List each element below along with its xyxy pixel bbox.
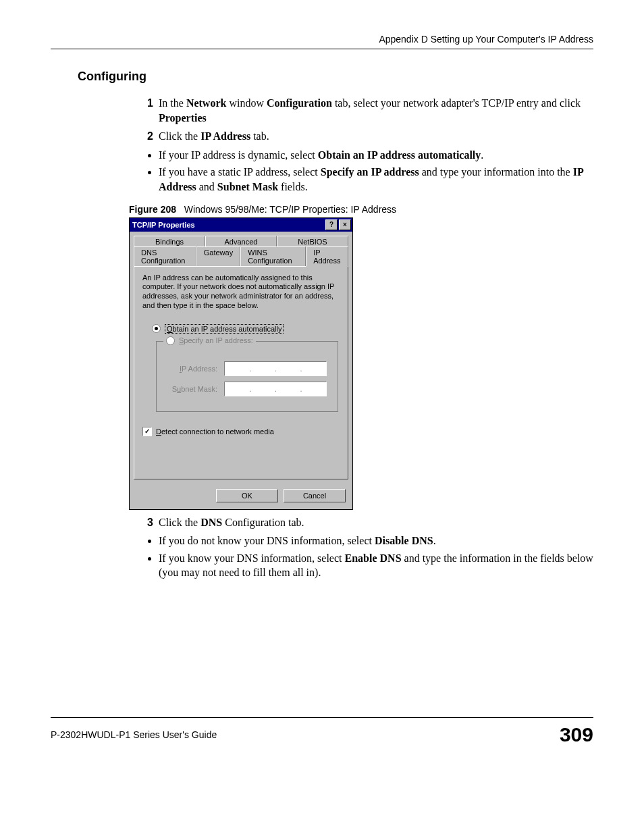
figure-caption: Figure 208 Windows 95/98/Me: TCP/IP Prop…	[129, 204, 593, 215]
checkbox-icon: ✓	[142, 427, 152, 436]
radio-icon	[152, 324, 161, 333]
specify-ip-group: Specify an IP address: IP Address: Subne…	[156, 336, 338, 412]
radio-obtain-label: Obtain an IP address automatically	[165, 324, 284, 334]
ip-address-input[interactable]	[224, 361, 327, 376]
subnet-mask-label: Subnet Mask:	[163, 385, 217, 393]
cancel-button[interactable]: Cancel	[284, 489, 346, 502]
step-2-bullets: If your IP address is dynamic, select Ob…	[159, 148, 593, 194]
tcpip-properties-dialog: TCP/IP Properties ? × Bindings Advanced …	[129, 217, 353, 510]
tab-ip-address[interactable]: IP Address	[306, 246, 348, 267]
step-3-number: 3	[138, 515, 153, 530]
tab-dns-configuration[interactable]: DNS Configuration	[134, 246, 196, 267]
dialog-title: TCP/IP Properties	[132, 221, 195, 229]
step-2: 2 Click the IP Address tab.	[138, 129, 593, 144]
step-2-bullet-1: If your IP address is dynamic, select Ob…	[159, 148, 593, 163]
step-1-number: 1	[138, 96, 153, 125]
ip-address-row: IP Address:	[163, 361, 331, 376]
tab-netbios[interactable]: NetBIOS	[277, 236, 348, 247]
step-2-text: Click the IP Address tab.	[159, 129, 269, 144]
step-1-text: In the Network window Configuration tab,…	[159, 96, 593, 125]
detect-connection-checkbox[interactable]: ✓ Detect connection to network media	[142, 427, 340, 436]
step-2-bullet-2: If you have a static IP address, select …	[159, 165, 593, 194]
tab-body: An IP address can be automatically assig…	[134, 266, 348, 479]
step-3-bullet-1: If you do not know your DNS information,…	[159, 533, 593, 548]
ok-button[interactable]: OK	[216, 489, 278, 502]
running-header: Appendix D Setting up Your Computer's IP…	[51, 34, 593, 49]
step-3-bullet-2: If you know your DNS information, select…	[159, 551, 593, 580]
tab-bindings[interactable]: Bindings	[134, 236, 205, 247]
dialog-titlebar: TCP/IP Properties ? ×	[130, 218, 352, 232]
subnet-mask-row: Subnet Mask:	[163, 382, 331, 396]
step-3-bullets: If you do not know your DNS information,…	[159, 533, 593, 580]
dialog-button-row: OK Cancel	[130, 484, 352, 509]
step-3: 3 Click the DNS Configuration tab.	[138, 515, 593, 530]
page-footer: P-2302HWUDL-P1 Series User's Guide 309	[51, 717, 593, 746]
step-3-text: Click the DNS Configuration tab.	[159, 515, 304, 530]
tab-row-1: Bindings Advanced NetBIOS	[134, 236, 348, 247]
dialog-description: An IP address can be automatically assig…	[142, 273, 340, 311]
tab-gateway[interactable]: Gateway	[196, 246, 240, 267]
section-heading: Configuring	[78, 70, 593, 84]
close-button[interactable]: ×	[339, 219, 351, 230]
footer-guide-title: P-2302HWUDL-P1 Series User's Guide	[51, 729, 217, 740]
step-1: 1 In the Network window Configuration ta…	[138, 96, 593, 125]
tab-advanced[interactable]: Advanced	[205, 236, 277, 247]
subnet-mask-input[interactable]	[224, 382, 327, 396]
tab-row-2: DNS Configuration Gateway WINS Configura…	[134, 246, 348, 267]
page-number: 309	[560, 723, 593, 746]
radio-specify-label: Specify an IP address:	[179, 336, 253, 344]
help-button[interactable]: ?	[325, 219, 338, 230]
radio-specify[interactable]	[166, 336, 175, 345]
radio-obtain-auto[interactable]: Obtain an IP address automatically	[152, 324, 340, 334]
detect-connection-label: Detect connection to network media	[156, 427, 274, 436]
ip-address-label: IP Address:	[163, 365, 217, 373]
tab-wins-configuration[interactable]: WINS Configuration	[240, 246, 306, 267]
step-2-number: 2	[138, 129, 153, 144]
